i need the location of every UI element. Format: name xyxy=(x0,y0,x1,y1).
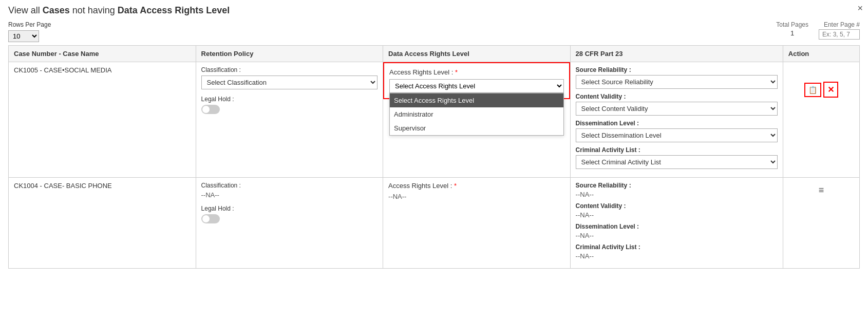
classification-value-row2: --NA-- xyxy=(201,191,378,199)
dropdown-option-supervisor[interactable]: Supervisor xyxy=(390,121,563,135)
access-rights-label-row2: Access Rights Level : * xyxy=(388,182,565,190)
access-rights-value-row2: --NA-- xyxy=(388,193,565,200)
retention-cell-row2: Classification : --NA-- Legal Hold : xyxy=(196,178,383,269)
classification-label-row1: Classification : xyxy=(201,66,378,73)
dissemination-label-row1: Dissemination Level : xyxy=(576,120,778,127)
dissemination-label-row2: Dissemination Level : xyxy=(576,223,778,230)
content-validity-group-row1: Content Validity : Select Content Validi… xyxy=(576,93,778,116)
source-reliability-label-row2: Source Reliability : xyxy=(576,182,778,189)
access-rights-container-row1: Access Rights Level : * Select Access Ri… xyxy=(383,62,570,99)
col-header-action: Action xyxy=(783,46,859,62)
criminal-activity-select-row1[interactable]: Select Criminal Activity List xyxy=(576,155,778,169)
legal-hold-label-row1: Legal Hold : xyxy=(201,96,378,103)
page-title: View all Cases not having Data Access Ri… xyxy=(8,5,860,16)
content-validity-label-row2: Content Validity : xyxy=(576,202,778,210)
criminal-activity-group-row2: Criminal Activity List : --NA-- xyxy=(576,243,778,260)
required-star: * xyxy=(455,68,458,76)
menu-icon-row2[interactable]: ≡ xyxy=(788,182,854,196)
case-name: CK1005 - CASE•SOCIAL MEDIA xyxy=(14,66,111,74)
cfr-cell-row2: Source Reliability : --NA-- Content Vali… xyxy=(570,178,783,269)
access-rights-label-row1: Access Rights Level : * xyxy=(389,68,564,76)
main-table: Case Number - Case Name Retention Policy… xyxy=(8,45,860,269)
criminal-activity-value-row2: --NA-- xyxy=(576,252,778,260)
legal-hold-toggle-wrapper xyxy=(201,105,378,114)
action-cell-row1: 📋 ✕ xyxy=(783,62,859,178)
col-header-retention: Retention Policy xyxy=(196,46,383,62)
source-reliability-value-row2: --NA-- xyxy=(576,191,778,198)
access-rights-cell-row2: Access Rights Level : * --NA-- xyxy=(383,178,571,269)
close-button[interactable]: × xyxy=(857,3,863,14)
table-row: CK1005 - CASE•SOCIAL MEDIA Classificatio… xyxy=(9,62,860,178)
dissemination-group-row2: Dissemination Level : --NA-- xyxy=(576,223,778,239)
col-header-case: Case Number - Case Name xyxy=(9,46,196,62)
page-wrapper: × View all Cases not having Data Access … xyxy=(0,0,868,319)
required-star-row2: * xyxy=(454,182,457,190)
content-validity-value-row2: --NA-- xyxy=(576,211,778,219)
classification-select-row1[interactable]: Select Classification xyxy=(201,76,378,89)
access-rights-cell-row1: Access Rights Level : * Select Access Ri… xyxy=(383,62,571,178)
dropdown-option-admin[interactable]: Administrator xyxy=(390,107,563,121)
enter-page-label: Enter Page # xyxy=(819,21,860,28)
rows-per-page-section: Rows Per Page 10 25 50 100 xyxy=(8,21,51,42)
top-controls: Rows Per Page 10 25 50 100 Total Pages 1… xyxy=(8,21,860,42)
page-input[interactable] xyxy=(819,29,860,40)
total-pages-label: Total Pages xyxy=(776,21,808,28)
criminal-activity-group-row1: Criminal Activity List : Select Criminal… xyxy=(576,146,778,169)
copy-icon: 📋 xyxy=(808,86,817,94)
rows-per-page-select[interactable]: 10 25 50 100 xyxy=(8,30,39,42)
pagination-area: Total Pages 1 Enter Page # xyxy=(776,21,860,40)
content-validity-select-row1[interactable]: Select Content Validity xyxy=(576,102,778,116)
access-rights-dropdown-wrapper: Select Access Rights Level Administrator… xyxy=(389,79,564,93)
classification-label-row2: Classification : xyxy=(201,182,378,189)
access-rights-select-row1[interactable]: Select Access Rights Level Administrator… xyxy=(389,79,564,93)
dissemination-value-row2: --NA-- xyxy=(576,232,778,239)
action-icons-row1: 📋 ✕ xyxy=(788,82,854,98)
legal-hold-label-row2: Legal Hold : xyxy=(201,205,378,212)
legal-hold-toggle-row1[interactable] xyxy=(201,105,220,114)
dissemination-group-row1: Dissemination Level : Select Disseminati… xyxy=(576,120,778,142)
content-validity-group-row2: Content Validity : --NA-- xyxy=(576,202,778,219)
col-header-cfr: 28 CFR Part 23 xyxy=(570,46,783,62)
total-pages-value: 1 xyxy=(776,29,808,37)
table-row: CK1004 - CASE- BASIC PHONE Classificatio… xyxy=(9,178,860,269)
case-name-row2: CK1004 - CASE- BASIC PHONE xyxy=(14,182,112,190)
dropdown-option-select[interactable]: Select Access Rights Level xyxy=(390,93,563,107)
legal-hold-toggle-wrapper-row2 xyxy=(201,214,378,223)
delete-button-row1[interactable]: ✕ xyxy=(823,82,838,98)
source-reliability-group-row1: Source Reliability : Select Source Relia… xyxy=(576,66,778,89)
criminal-activity-label-row1: Criminal Activity List : xyxy=(576,146,778,154)
content-validity-label-row1: Content Validity : xyxy=(576,93,778,100)
rows-per-page-label: Rows Per Page xyxy=(8,21,51,28)
col-header-access: Data Access Rights Level xyxy=(383,46,571,62)
source-reliability-select-row1[interactable]: Select Source Reliability xyxy=(576,75,778,89)
retention-cell-row1: Classification : Select Classification L… xyxy=(196,62,383,178)
source-reliability-label-row1: Source Reliability : xyxy=(576,66,778,73)
criminal-activity-label-row2: Criminal Activity List : xyxy=(576,243,778,251)
delete-icon: ✕ xyxy=(827,85,834,95)
action-cell-row2: ≡ xyxy=(783,178,859,269)
copy-button-row1[interactable]: 📋 xyxy=(804,83,821,97)
legal-hold-toggle-row2[interactable] xyxy=(201,214,220,223)
dissemination-select-row1[interactable]: Select Dissemination Level xyxy=(576,128,778,142)
source-reliability-group-row2: Source Reliability : --NA-- xyxy=(576,182,778,198)
cfr-cell-row1: Source Reliability : Select Source Relia… xyxy=(570,62,783,178)
case-name-cell-row2: CK1004 - CASE- BASIC PHONE xyxy=(9,178,196,269)
access-rights-options: Select Access Rights Level Administrator… xyxy=(389,93,564,136)
case-name-cell: CK1005 - CASE•SOCIAL MEDIA xyxy=(9,62,196,178)
